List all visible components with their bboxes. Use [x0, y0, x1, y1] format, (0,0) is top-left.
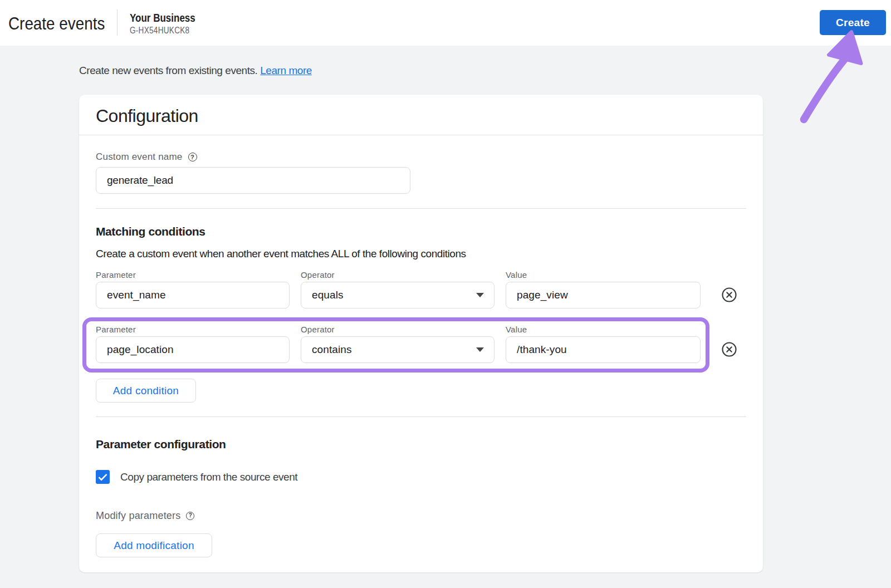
card-title: Configuration [79, 95, 763, 126]
property-selector[interactable]: Your Business G-HX54HUKCK8 [130, 12, 195, 36]
custom-event-name-input[interactable] [96, 167, 410, 194]
value-input[interactable] [506, 336, 701, 363]
condition-parameter-field: Parameter [96, 325, 290, 363]
matching-conditions-heading: Matching conditions [96, 224, 746, 238]
intro-text: Create new events from existing events. … [79, 63, 312, 78]
add-condition-button[interactable]: Add condition [96, 379, 196, 403]
intro-text-main: Create new events from existing events. [79, 65, 257, 76]
caret-down-icon [476, 293, 484, 297]
operator-column-label: Operator [301, 271, 495, 280]
copy-parameters-row: Copy parameters from the source event [96, 470, 746, 484]
copy-parameters-label: Copy parameters from the source event [120, 471, 297, 483]
condition-operator-field: Operator contains [301, 325, 495, 363]
parameter-configuration-heading: Parameter configuration [96, 437, 746, 451]
modify-parameters-label-text: Modify parameters [96, 510, 180, 521]
copy-parameters-checkbox[interactable] [96, 470, 110, 484]
value-column-label: Value [506, 271, 701, 280]
condition-row: Parameter Operator equals Value [96, 271, 746, 308]
help-icon[interactable]: ? [188, 153, 197, 161]
property-id: G-HX54HUKCK8 [130, 26, 195, 36]
help-icon[interactable]: ? [186, 512, 194, 520]
operator-select-value: equals [312, 289, 344, 301]
condition-row-highlighted: Parameter Operator contains Value [96, 325, 746, 363]
operator-select[interactable]: equals [301, 282, 495, 308]
parameter-column-label: Parameter [96, 271, 290, 280]
parameter-input[interactable] [96, 282, 290, 308]
condition-fields: Parameter Operator contains Value [96, 325, 701, 363]
remove-condition-button[interactable] [722, 342, 737, 357]
remove-condition-button[interactable] [722, 287, 737, 302]
circle-x-icon [722, 342, 737, 357]
value-column-label: Value [506, 325, 701, 334]
circle-x-icon [722, 287, 737, 302]
value-input[interactable] [506, 282, 701, 308]
section-divider [96, 416, 746, 417]
condition-fields: Parameter Operator equals Value [96, 271, 701, 308]
condition-value-field: Value [506, 325, 701, 363]
card-body: Custom event name ? Matching conditions … [79, 151, 763, 557]
condition-value-field: Value [506, 271, 701, 308]
top-bar: Create events Your Business G-HX54HUKCK8… [0, 0, 891, 46]
condition-parameter-field: Parameter [96, 271, 290, 308]
custom-event-name-label-text: Custom event name [96, 151, 183, 163]
property-name: Your Business [130, 12, 195, 24]
create-button[interactable]: Create [820, 10, 886, 35]
configuration-card: Configuration Custom event name ? Matchi… [79, 95, 763, 572]
operator-select[interactable]: contains [301, 336, 495, 363]
custom-event-name-label: Custom event name ? [96, 151, 746, 163]
condition-operator-field: Operator equals [301, 271, 495, 308]
matching-conditions-description: Create a custom event when another event… [96, 247, 746, 261]
checkmark-icon [98, 473, 107, 481]
header-divider [117, 9, 118, 36]
parameter-input[interactable] [96, 336, 290, 363]
parameter-column-label: Parameter [96, 325, 290, 334]
operator-select-value: contains [312, 344, 352, 356]
card-title-divider [79, 135, 763, 135]
operator-column-label: Operator [301, 325, 495, 334]
modify-parameters-label: Modify parameters ? [96, 510, 746, 521]
learn-more-link[interactable]: Learn more [260, 65, 312, 76]
caret-down-icon [476, 347, 484, 352]
page-title: Create events [8, 13, 105, 34]
section-divider [96, 208, 746, 209]
add-modification-button[interactable]: Add modification [96, 533, 212, 557]
